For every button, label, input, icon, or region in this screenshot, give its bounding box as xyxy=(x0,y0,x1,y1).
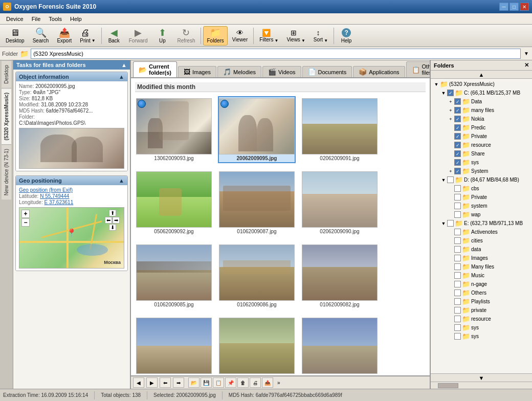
tree-check[interactable] xyxy=(454,246,461,253)
tool-btn-6[interactable]: 🖨 xyxy=(250,377,261,388)
expand-icon[interactable] xyxy=(447,194,454,201)
tree-item-cbs[interactable]: 📁 cbs xyxy=(446,184,531,193)
tree-item-resource-c[interactable]: ✓ 📁 resource xyxy=(446,141,531,149)
tree-check[interactable] xyxy=(454,203,461,209)
map-zoom-in[interactable]: + xyxy=(21,210,30,218)
tree-item-music[interactable]: 📁 Music xyxy=(446,271,531,280)
tree-item-private-c[interactable]: ✓ 📁 Private xyxy=(446,132,531,141)
tree-check[interactable]: ✓ xyxy=(454,133,461,140)
tree-item-activenotes[interactable]: 📁 Activenotes xyxy=(446,228,531,236)
expand-icon[interactable] xyxy=(447,124,454,131)
tree-check[interactable] xyxy=(454,237,461,244)
file-item[interactable]: 13062009093.jpg xyxy=(135,96,213,163)
tasks-collapse-icon[interactable]: ▲ xyxy=(121,62,127,68)
tab-desktop[interactable]: Desktop xyxy=(2,60,11,88)
views-button[interactable]: ⊞ Views ▼ xyxy=(283,26,308,46)
tree-item-data-e[interactable]: 📁 data xyxy=(446,245,531,254)
tree-item-wap[interactable]: 📁 wap xyxy=(446,210,531,219)
expand-icon[interactable] xyxy=(447,246,454,253)
prev-button[interactable]: ◀ xyxy=(133,377,144,388)
tree-check[interactable] xyxy=(454,333,461,340)
tab-applications[interactable]: 📦 Applications xyxy=(353,66,405,77)
expand-icon[interactable]: » xyxy=(277,380,280,386)
map-pan-left[interactable]: ⬅ xyxy=(105,217,112,224)
expand-icon[interactable]: + xyxy=(447,116,454,123)
expand-icon[interactable] xyxy=(447,281,454,288)
file-item[interactable] xyxy=(218,316,296,375)
menu-tools[interactable]: Tools xyxy=(45,15,66,23)
minimize-button[interactable]: ─ xyxy=(499,3,508,11)
tab-documents[interactable]: 📄 Documents xyxy=(302,66,352,77)
forward-button[interactable]: ▶ Forward xyxy=(125,26,151,46)
filters-button[interactable]: 🔽 Filters ▼ xyxy=(256,26,282,46)
tree-check[interactable] xyxy=(454,263,461,270)
tree-item-nokia[interactable]: + ✓ 📁 Nokia xyxy=(446,115,531,123)
maximize-button[interactable]: □ xyxy=(509,3,519,11)
desktop-button[interactable]: 🖥 Desktop xyxy=(2,26,28,46)
tree-item-system-d[interactable]: 📁 system xyxy=(446,202,531,210)
file-item[interactable]: 20062009095.jpg xyxy=(218,96,296,163)
tree-check[interactable] xyxy=(454,272,461,279)
file-item[interactable]: 01062009087.jpg xyxy=(218,169,296,236)
tree-check[interactable] xyxy=(447,176,454,183)
expand-icon[interactable] xyxy=(447,142,454,149)
tree-check[interactable]: ✓ xyxy=(454,98,461,105)
tab-n73[interactable]: New device (N 73-1) xyxy=(2,144,11,199)
tree-item-others[interactable]: 📁 Others xyxy=(446,288,531,297)
expand-icon[interactable] xyxy=(447,272,454,279)
tree-check[interactable]: ✓ xyxy=(454,159,461,166)
search-button[interactable]: 🔍 Search xyxy=(29,26,53,46)
tab-5320[interactable]: (5320 XpressMusic) xyxy=(2,88,11,144)
tree-item-sounds[interactable]: 📁 sys xyxy=(446,323,531,332)
tab-other-files[interactable]: 📋 Other files xyxy=(406,61,430,77)
expand-icon[interactable] xyxy=(447,229,454,236)
tree-check[interactable] xyxy=(454,307,461,314)
expand-icon[interactable] xyxy=(447,298,454,305)
tab-images[interactable]: 🖼 Images xyxy=(178,66,216,77)
tree-check[interactable] xyxy=(454,316,461,322)
tree-item-system-c[interactable]: + ✓ 📁 System xyxy=(446,167,531,175)
expand-icon[interactable]: ▼ xyxy=(440,90,447,97)
file-item[interactable] xyxy=(301,316,379,375)
help-button[interactable]: ? Help xyxy=(336,26,357,46)
tree-item-private-e[interactable]: 📁 private xyxy=(446,306,531,315)
export-button[interactable]: 📤 Export xyxy=(53,26,75,46)
refresh-button[interactable]: ↻ Refresh xyxy=(173,26,198,46)
expand-icon[interactable] xyxy=(447,307,454,314)
tree-scroll-down[interactable]: ▼ xyxy=(431,373,532,382)
tree-item-cities[interactable]: 📁 cities xyxy=(446,236,531,245)
object-info-collapse-icon[interactable]: ▲ xyxy=(119,74,124,80)
file-item[interactable]: 02062009091.jpg xyxy=(301,96,379,163)
expand-icon[interactable] xyxy=(447,211,454,218)
tree-check[interactable] xyxy=(454,255,461,261)
file-item[interactable]: 05062009092.jpg xyxy=(135,169,213,236)
tree-check[interactable]: ✓ xyxy=(454,150,461,157)
tool-btn-3[interactable]: 📋 xyxy=(213,377,224,388)
tab-current-folder[interactable]: 📂 Current folder(s) xyxy=(133,61,177,77)
expand-icon[interactable]: + xyxy=(447,168,454,175)
expand-icon[interactable] xyxy=(447,133,454,140)
menu-file[interactable]: File xyxy=(28,15,45,23)
map-pan-right[interactable]: ➡ xyxy=(113,217,120,224)
expand-icon[interactable] xyxy=(447,333,454,340)
tree-hscrollbar[interactable] xyxy=(431,382,532,389)
tree-item-manyfiles-e[interactable]: 📁 Many files xyxy=(446,262,531,271)
folders-button[interactable]: 📁 Folders xyxy=(203,26,227,46)
tree-check[interactable]: ✓ xyxy=(447,90,454,96)
tree-item-e[interactable]: ▼ 📁 E: (632,73 MB/971,13 MB xyxy=(439,219,531,228)
tree-item-d[interactable]: ▼ 📁 D: (84,67 MB/84,68 MB) xyxy=(439,175,531,184)
tree-check[interactable] xyxy=(454,324,461,331)
tree-item-private-d[interactable]: 📁 Private xyxy=(446,193,531,202)
viewer-button[interactable]: 👁 Viewer xyxy=(229,26,251,46)
geo-collapse-icon[interactable]: ▲ xyxy=(119,177,124,184)
tool-btn-5[interactable]: 🗑 xyxy=(237,377,249,388)
map-pan-down[interactable]: ⬇ xyxy=(109,224,116,231)
tree-item-predic[interactable]: ✓ 📁 Predic xyxy=(446,123,531,132)
tool-btn-4[interactable]: 📌 xyxy=(225,377,236,388)
expand-icon[interactable]: + xyxy=(447,107,454,114)
print-button[interactable]: 🖨 Print ▼ xyxy=(76,26,99,46)
scroll-left-button[interactable]: ⬅ xyxy=(160,377,171,388)
expand-icon[interactable]: ▼ xyxy=(440,220,447,227)
expand-icon[interactable] xyxy=(447,289,454,297)
tool-btn-1[interactable]: 📂 xyxy=(188,377,199,388)
